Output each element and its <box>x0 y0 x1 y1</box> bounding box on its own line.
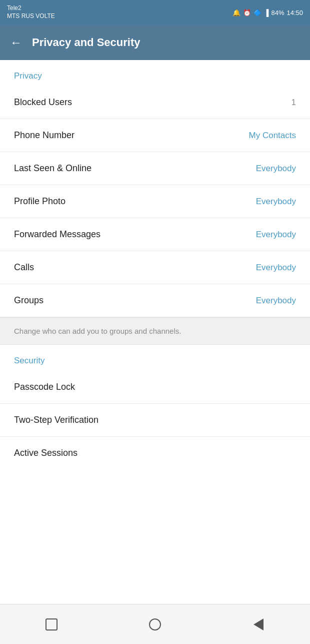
battery-icon: ▐ <box>264 9 268 17</box>
last-seen-label: Last Seen & Online <box>14 163 92 174</box>
bottom-nav <box>0 604 310 644</box>
calls-row[interactable]: Calls Everybody <box>0 251 310 284</box>
back-button[interactable]: ← <box>10 36 22 50</box>
square-icon <box>46 618 58 630</box>
groups-description: Change who can add you to groups and cha… <box>0 317 310 345</box>
privacy-section-header: Privacy <box>0 60 310 86</box>
last-seen-value: Everybody <box>256 164 296 174</box>
page-title: Privacy and Security <box>32 36 140 49</box>
phone-number-row[interactable]: Phone Number My Contacts <box>0 119 310 152</box>
passcode-lock-label: Passcode Lock <box>14 382 75 392</box>
blocked-users-label: Blocked Users <box>14 97 72 108</box>
content-area: Privacy Blocked Users 1 Phone Number My … <box>0 60 310 604</box>
profile-photo-value: Everybody <box>256 197 296 207</box>
active-sessions-row[interactable]: Active Sessions <box>0 437 310 469</box>
two-step-verification-label: Two-Step Verification <box>14 415 98 425</box>
status-right: 🔔 ⏰ 🔷 ▐ 84% 14:50 <box>232 9 303 17</box>
circle-icon <box>149 618 161 630</box>
nav-home-button[interactable] <box>145 614 165 634</box>
network-name: MTS RUS VOLTE <box>7 13 55 21</box>
time-display: 14:50 <box>286 9 303 17</box>
bluetooth-icon: 🔷 <box>254 9 262 17</box>
triangle-icon <box>254 618 264 630</box>
groups-row[interactable]: Groups Everybody <box>0 284 310 317</box>
header: ← Privacy and Security <box>0 25 310 60</box>
alarm-icon: ⏰ <box>243 9 251 17</box>
carrier-info: Tele2 MTS RUS VOLTE <box>7 5 55 20</box>
security-section-header: Security <box>0 345 310 371</box>
carrier-name: Tele2 <box>7 5 55 13</box>
forwarded-messages-row[interactable]: Forwarded Messages Everybody <box>0 218 310 251</box>
notification-icon: 🔔 <box>232 9 240 17</box>
blocked-users-value: 1 <box>292 98 296 108</box>
security-section: Security Passcode Lock Two-Step Verifica… <box>0 345 310 469</box>
phone-number-value: My Contacts <box>249 131 296 141</box>
forwarded-messages-value: Everybody <box>256 230 296 240</box>
privacy-section: Privacy Blocked Users 1 Phone Number My … <box>0 60 310 345</box>
blocked-users-row[interactable]: Blocked Users 1 <box>0 86 310 119</box>
nav-square-button[interactable] <box>42 614 62 634</box>
active-sessions-label: Active Sessions <box>14 448 78 458</box>
groups-label: Groups <box>14 295 44 306</box>
battery-percent: 84% <box>271 9 284 17</box>
phone-number-label: Phone Number <box>14 130 74 141</box>
nav-back-button[interactable] <box>248 614 268 634</box>
calls-label: Calls <box>14 262 34 273</box>
passcode-lock-row[interactable]: Passcode Lock <box>0 371 310 404</box>
two-step-verification-row[interactable]: Two-Step Verification <box>0 404 310 437</box>
last-seen-row[interactable]: Last Seen & Online Everybody <box>0 152 310 185</box>
calls-value: Everybody <box>256 263 296 273</box>
profile-photo-row[interactable]: Profile Photo Everybody <box>0 185 310 218</box>
groups-value: Everybody <box>256 296 296 306</box>
status-bar: Tele2 MTS RUS VOLTE 🔔 ⏰ 🔷 ▐ 84% 14:50 <box>0 0 310 25</box>
profile-photo-label: Profile Photo <box>14 196 66 207</box>
forwarded-messages-label: Forwarded Messages <box>14 229 100 240</box>
